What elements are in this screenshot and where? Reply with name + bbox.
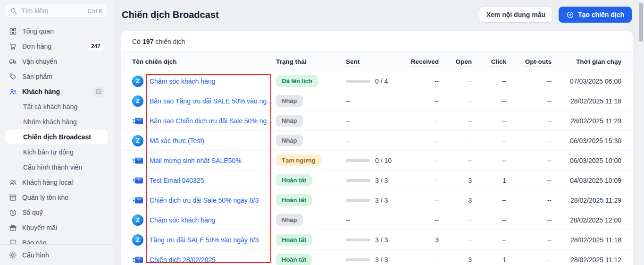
sidebar-item-cau-hinh-thanh-vien[interactable]: Cấu hình thành viên — [5, 160, 108, 175]
table-row[interactable]: Z Bản sao Tặng ưu đãi SALE 50% vào ng...… — [121, 91, 633, 111]
search-input[interactable]: Tìm kiếm Ctrl K — [5, 4, 108, 18]
campaign-name-cell: Mail mừng sinh nhật SALE50% — [132, 155, 276, 166]
table-row[interactable]: Chiến dịch ưu đãi Sale 50% ngày 8/3 Hoàn… — [121, 190, 633, 210]
open-panel-icon[interactable] — [93, 86, 104, 97]
cash-icon — [8, 208, 17, 217]
campaign-name-link[interactable]: Mail mừng sinh nhật SALE50% — [150, 157, 242, 164]
run-time: 04/03/2025 10:09 — [552, 177, 621, 184]
page-title: Chiến dịch Broadcast — [122, 9, 473, 20]
sent-value: 0 / 10 — [375, 157, 392, 164]
status-cell: Hoàn tất — [276, 194, 342, 206]
status-badge: Hoàn tất — [276, 234, 312, 246]
sidebar-item-kich-ban-tu-dong[interactable]: Kịch bản tự động — [5, 145, 108, 160]
metric-click: -- — [472, 97, 506, 105]
status-cell: Nháp — [276, 214, 342, 226]
email-icon — [132, 195, 143, 206]
email-icon — [132, 254, 143, 265]
sidebar-item-label: Khuyến mãi — [22, 224, 104, 231]
email-icon — [132, 115, 143, 127]
users-icon — [8, 178, 17, 187]
sidebar-item-quan-ly-ton-kho[interactable]: Quản lý tồn kho — [5, 190, 108, 205]
sidebar-item-san-pham[interactable]: Sản phẩm — [5, 69, 108, 84]
status-badge: Hoàn tất — [276, 174, 312, 186]
truck-icon — [8, 57, 17, 66]
sidebar-item-tong-quan[interactable]: Tổng quan — [5, 24, 108, 39]
search-placeholder: Tìm kiếm — [21, 7, 84, 15]
column-header-open[interactable]: Open — [439, 58, 472, 65]
sent-progress-bar — [346, 258, 370, 261]
run-time: 06/03/2025 15:30 — [552, 137, 621, 145]
metric-open: 3 — [439, 197, 472, 204]
table-row[interactable]: Test Email 040325 Hoàn tất 3 / 3 -- 3 1 … — [121, 171, 633, 190]
sent-progress-bar — [346, 80, 370, 83]
sidebar-item-so-quy[interactable]: Sổ quỹ — [5, 205, 108, 220]
scrollbar-thumb[interactable] — [639, 3, 643, 42]
table-row[interactable]: Z Chăm sóc khách hàng Đã lên lịch 0 / 4 … — [121, 71, 633, 91]
status-cell: Nháp — [276, 115, 342, 127]
campaign-name-link[interactable]: Bản sao Chiến dịch ưu đãi Sale 50% ng... — [150, 117, 272, 125]
sidebar-item-chien-dich-broadcast[interactable]: Chiến dịch Broadcast — [5, 129, 108, 145]
sidebar-item-khach-hang-local[interactable]: Khách hàng local — [5, 175, 108, 190]
campaign-count-summary: Có 197 chiến dịch — [121, 31, 633, 52]
table-row[interactable]: Z Chăm sóc khách hàng Nháp -- -- -- -- -… — [121, 210, 633, 230]
sent-progress-bar — [346, 159, 370, 162]
column-header-sent[interactable]: Sent — [342, 58, 410, 65]
search-shortcut: Ctrl K — [88, 8, 103, 15]
sidebar-item-label: Quản lý tồn kho — [22, 194, 104, 201]
metric-received: -- — [410, 177, 439, 184]
gear-icon — [8, 251, 17, 259]
view-sample-content-button[interactable]: Xem nội dung mẫu — [479, 7, 553, 23]
users-icon — [8, 87, 17, 96]
metric-open: 3 — [439, 177, 472, 184]
sidebar-item-cau-hinh[interactable]: Cấu hình — [0, 244, 113, 265]
campaign-name-link[interactable]: Chăm sóc khách hàng — [150, 216, 215, 224]
metric-click: -- — [472, 197, 506, 204]
metric-click: -- — [472, 137, 506, 145]
table-row[interactable]: Bản sao Chiến dịch ưu đãi Sale 50% ng...… — [121, 111, 633, 131]
metric-received: -- — [410, 97, 439, 105]
campaign-name-cell: Chiến dịch ưu đãi Sale 50% ngày 8/3 — [132, 195, 276, 206]
column-header-optouts[interactable]: Opt-outs — [506, 58, 552, 65]
metric-open: -- — [439, 97, 472, 105]
sent-value: -- — [346, 117, 350, 125]
table-row[interactable]: Mail mừng sinh nhật SALE50% Tạm ngưng 0 … — [121, 151, 633, 171]
campaign-name-cell: Z Chăm sóc khách hàng — [132, 76, 276, 87]
sent-value: 3 / 3 — [375, 236, 388, 244]
campaign-name-link[interactable]: Chăm sóc khách hàng — [150, 77, 215, 85]
column-header-click[interactable]: Click — [472, 58, 506, 65]
sidebar-item-don-hang[interactable]: Đơn hàng 247 — [5, 39, 108, 54]
sidebar-item-van-chuyen[interactable]: Vận chuyển — [5, 54, 108, 69]
tag-icon — [8, 72, 17, 81]
table-row[interactable]: Chiến dịch 28/02/2025 Hoàn tất 3 / 3 -- … — [121, 250, 633, 265]
table-row[interactable]: Z Tặng ưu đãi SALE 50% vào ngày 8/3 Hoàn… — [121, 230, 633, 250]
run-time: 28/02/2025 11:18 — [552, 236, 621, 244]
orders-count-badge: 247 — [87, 42, 104, 51]
sent-cell: 3 / 3 — [342, 256, 410, 264]
gift-icon — [8, 223, 17, 232]
table-row[interactable]: Z Mã xác thực (Test) Nháp -- -- -- -- --… — [121, 131, 633, 151]
sidebar-item-label: Tổng quan — [22, 27, 104, 35]
scrollbar-track[interactable] — [638, 0, 644, 265]
metric-click: -- — [472, 157, 506, 164]
sidebar-item-khuyen-mai[interactable]: Khuyến mãi — [5, 220, 108, 235]
metric-click: -- — [472, 117, 506, 125]
sidebar-item-khach-hang[interactable]: Khách hàng — [5, 84, 108, 99]
sent-progress-bar — [346, 179, 370, 182]
create-campaign-button[interactable]: Tạo chiến dịch — [559, 7, 632, 23]
status-badge: Tạm ngưng — [276, 154, 321, 166]
run-time: 28/02/2025 11:29 — [552, 117, 621, 125]
campaign-name-link[interactable]: Test Email 040325 — [150, 177, 204, 184]
metric-open: 3 — [439, 256, 472, 264]
sidebar-item-nhom-khach-hang[interactable]: Nhóm khách hàng — [5, 114, 108, 129]
campaign-name-cell: Z Mã xác thực (Test) — [132, 135, 276, 146]
sent-value: 0 / 4 — [375, 77, 388, 85]
campaign-name-link[interactable]: Tặng ưu đãi SALE 50% vào ngày 8/3 — [150, 236, 259, 244]
column-header-received[interactable]: Received — [410, 58, 439, 65]
campaign-name-link[interactable]: Chiến dịch ưu đãi Sale 50% ngày 8/3 — [150, 197, 259, 204]
campaign-name-link[interactable]: Mã xác thực (Test) — [150, 137, 204, 145]
metric-click: 1 — [472, 177, 506, 184]
sidebar-item-tat-ca-khach-hang[interactable]: Tất cả khách hàng — [5, 99, 108, 114]
email-icon — [132, 155, 143, 166]
campaign-name-link[interactable]: Bản sao Tặng ưu đãi SALE 50% vào ng... — [150, 97, 272, 105]
campaign-name-link[interactable]: Chiến dịch 28/02/2025 — [150, 256, 216, 264]
